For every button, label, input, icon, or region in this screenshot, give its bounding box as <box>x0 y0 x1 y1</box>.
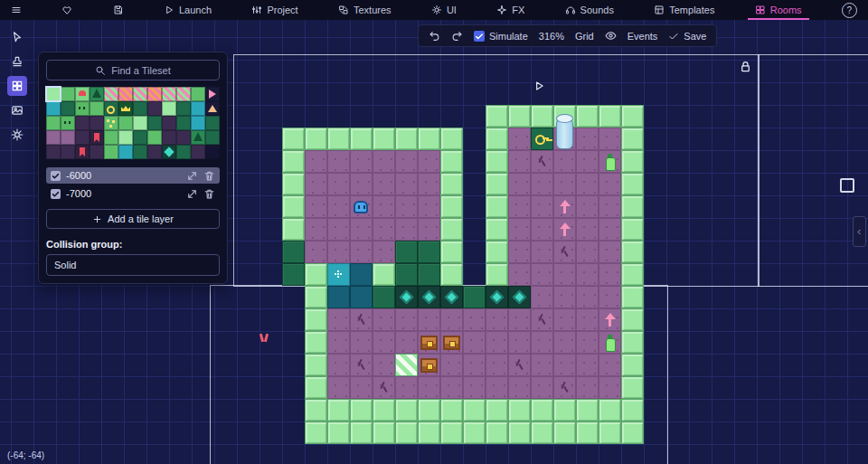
tile-grass-light[interactable] <box>621 218 644 241</box>
palette-tile-teal-block[interactable] <box>46 101 61 116</box>
tile-floor-purple[interactable] <box>599 173 621 195</box>
tile-floor-purple[interactable] <box>373 173 395 195</box>
tile-floor-cracked[interactable] <box>350 354 373 376</box>
tile-floor-purple[interactable] <box>305 218 327 241</box>
tile-floor-purple[interactable] <box>395 218 418 241</box>
tile-floor-purple[interactable] <box>440 308 463 331</box>
tile-floor-purple[interactable] <box>508 128 531 150</box>
add-layer-button[interactable]: Add a tile layer <box>46 209 220 229</box>
tile-grass-light[interactable] <box>508 105 531 128</box>
tile-grass-dark[interactable] <box>395 263 418 286</box>
tile-floor-purple[interactable] <box>531 376 553 399</box>
tile-grass-light[interactable] <box>486 399 508 421</box>
palette-tile-grass-dark[interactable] <box>147 116 162 130</box>
tile-floor-purple[interactable] <box>486 354 508 376</box>
tile-floor-purple[interactable] <box>305 241 327 263</box>
tool-settings-button[interactable] <box>7 125 27 145</box>
tile-grass-light[interactable] <box>621 241 644 263</box>
palette-tile-crown[interactable] <box>118 101 133 116</box>
tile-floor-cracked[interactable] <box>373 376 395 399</box>
tile-floor-purple[interactable] <box>576 354 599 376</box>
tile-floor-purple[interactable] <box>395 331 418 354</box>
tile-gem[interactable] <box>395 286 418 308</box>
tile-gem[interactable] <box>508 286 531 308</box>
topbar-item-textures[interactable]: Textures <box>338 0 392 20</box>
palette-tile-grass-mid[interactable] <box>118 116 133 130</box>
red-sprite[interactable] <box>259 333 269 343</box>
tile-floor-purple[interactable] <box>553 308 576 331</box>
tile-floor-purple[interactable] <box>576 376 599 399</box>
tile-floor-purple[interactable] <box>508 241 531 263</box>
tile-cylinder[interactable] <box>553 128 576 150</box>
tile-floor-purple[interactable] <box>599 376 621 399</box>
palette-tile-grass-light[interactable] <box>118 130 133 145</box>
tile-grass-light[interactable] <box>553 399 576 421</box>
tile-water-dark[interactable] <box>350 286 373 308</box>
palette-tile-grass-mid[interactable] <box>104 130 118 145</box>
tile-floor-purple[interactable] <box>576 286 599 308</box>
undo-button[interactable] <box>429 30 440 42</box>
tile-chest[interactable] <box>440 331 463 354</box>
palette-tile-stripe-pink[interactable] <box>162 87 176 101</box>
tile-grass-light[interactable] <box>305 421 327 444</box>
tile-floor-purple[interactable] <box>463 308 486 331</box>
tile-grass-light[interactable] <box>440 263 463 286</box>
palette-tile-grass-mid[interactable] <box>104 145 118 159</box>
tile-grass-light[interactable] <box>373 399 395 421</box>
palette-tile-creature[interactable] <box>75 101 90 116</box>
tile-grass-light[interactable] <box>576 105 599 128</box>
palette-tile-grass-dark[interactable] <box>176 101 191 116</box>
tile-grass-light[interactable] <box>621 286 644 308</box>
tile-floor-purple[interactable] <box>373 308 395 331</box>
tile-floor-purple[interactable] <box>508 376 531 399</box>
topbar-item-rooms[interactable]: Rooms <box>755 0 802 20</box>
tile-floor-cracked[interactable] <box>531 308 553 331</box>
tile-grass-light[interactable] <box>395 128 418 150</box>
tile-floor-purple[interactable] <box>395 308 418 331</box>
tile-grass-light[interactable] <box>486 195 508 218</box>
zoom-level[interactable]: 316% <box>539 31 564 42</box>
tile-floor-purple[interactable] <box>531 241 553 263</box>
tile-water-bright[interactable] <box>327 263 350 286</box>
tile-grass-light[interactable] <box>621 421 644 444</box>
visibility-button[interactable] <box>605 30 617 42</box>
panel-button[interactable] <box>840 178 854 193</box>
redo-button[interactable] <box>451 30 463 42</box>
palette-tile-grass-mid[interactable] <box>147 130 162 145</box>
palette-tile-grass-light[interactable] <box>133 116 147 130</box>
tool-tiles-button[interactable] <box>7 76 27 96</box>
tile-floor-purple[interactable] <box>327 354 350 376</box>
tile-floor-purple[interactable] <box>305 173 327 195</box>
tile-floor-purple[interactable] <box>395 173 418 195</box>
tile-grass-light[interactable] <box>531 399 553 421</box>
tile-floor-purple[interactable] <box>350 173 373 195</box>
palette-tile-purple-dark[interactable] <box>46 145 61 159</box>
tile-floor-purple[interactable] <box>373 218 395 241</box>
topbar-item-fx[interactable]: FX <box>496 0 524 20</box>
palette-tile-grass-mid[interactable] <box>61 87 75 101</box>
tile-floor-arrow-up[interactable] <box>553 218 576 241</box>
tile-grass-light[interactable] <box>440 399 463 421</box>
collapse-panel-tab[interactable] <box>853 216 866 247</box>
palette-tile-stripe-orange[interactable] <box>147 87 162 101</box>
tile-grass-dark[interactable] <box>418 241 440 263</box>
tile-grass-light[interactable] <box>621 331 644 354</box>
tile-floor-purple[interactable] <box>373 331 395 354</box>
tile-floor-purple[interactable] <box>576 331 599 354</box>
palette-tile-tree[interactable] <box>191 130 205 145</box>
tile-floor-purple[interactable] <box>418 218 440 241</box>
tile-floor-purple[interactable] <box>531 218 553 241</box>
tile-grass-dark[interactable] <box>373 286 395 308</box>
tile-floor-purple[interactable] <box>576 263 599 286</box>
tile-floor-purple[interactable] <box>508 173 531 195</box>
tile-grass-light[interactable] <box>305 286 327 308</box>
tile-grass-light[interactable] <box>440 128 463 150</box>
tile-floor-purple[interactable] <box>599 195 621 218</box>
tile-chest[interactable] <box>418 331 440 354</box>
tile-grass-light[interactable] <box>305 331 327 354</box>
events-button[interactable]: Events <box>627 31 658 42</box>
palette-tile-yellow-dots[interactable] <box>104 116 118 130</box>
delete-layer-icon[interactable] <box>203 188 215 200</box>
palette-tile-mushroom[interactable] <box>75 87 90 101</box>
palette-tile-grass-light[interactable] <box>162 101 176 116</box>
